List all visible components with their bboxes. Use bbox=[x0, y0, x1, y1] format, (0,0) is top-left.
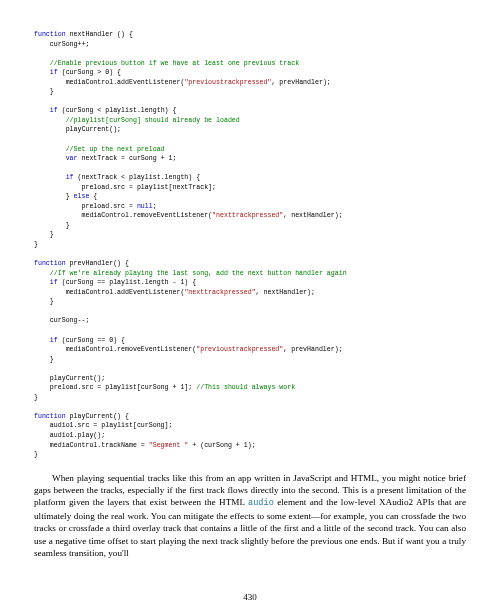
page-number: 430 bbox=[0, 592, 500, 602]
inline-code-audio: audio bbox=[248, 498, 274, 508]
code-block: function nextHandler () { curSong++; //E… bbox=[34, 30, 466, 460]
body-paragraph: When playing sequential tracks like this… bbox=[34, 472, 466, 560]
page: function nextHandler () { curSong++; //E… bbox=[0, 0, 500, 610]
